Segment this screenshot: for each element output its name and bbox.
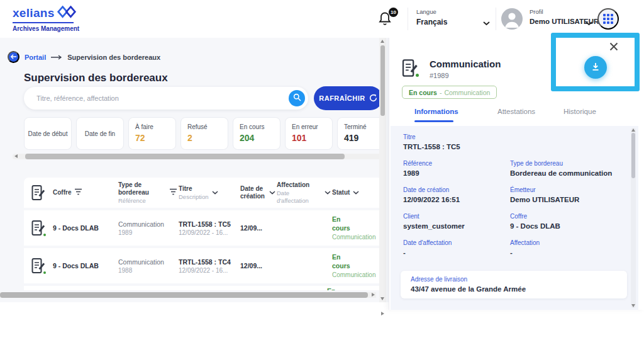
stat-label: Terminé: [344, 123, 384, 130]
field-client: Client system_customer: [403, 213, 510, 230]
search-button[interactable]: [289, 90, 305, 106]
field-emetteur: Émetteur Demo UTILISATEUR: [510, 186, 617, 203]
scrollbar-thumb[interactable]: [631, 133, 635, 178]
table-header: Coffre Type de bordereau Référence Titre…: [24, 178, 382, 208]
field-label: Affectation: [510, 239, 617, 246]
page-title: Supervision des bordereaux: [24, 72, 168, 84]
arrow-left-icon: [10, 52, 17, 62]
active-tab-indicator: [414, 120, 453, 122]
field-label: Date d'affectation: [403, 239, 510, 246]
language-label: Langue: [416, 8, 447, 15]
profile-avatar[interactable]: [501, 8, 523, 30]
logo-divider: [13, 22, 74, 23]
tab-attestations[interactable]: Attestations: [497, 108, 535, 115]
tab-historique[interactable]: Historique: [564, 108, 596, 115]
scrollbar-thumb[interactable]: [0, 292, 368, 298]
column-label: Affectation: [277, 181, 309, 188]
refresh-button-label: RAFRAÎCHIR: [319, 94, 365, 102]
chevron-down-icon[interactable]: [353, 189, 359, 196]
cell-statut-detail: Communication: [332, 234, 382, 241]
cards-horizontal-scrollbar[interactable]: [13, 154, 385, 159]
field-value: 9 - Docs DLAB: [510, 222, 617, 230]
filter-cards-row: Date de début Date de fin À faire 72 Ref…: [24, 117, 386, 150]
field-value: TRTL-1558 : TC5: [403, 143, 617, 150]
main-vertical-scrollbar[interactable]: [379, 38, 386, 302]
delivery-address-card: Adresse de livraison 43/47 avenue de la …: [401, 271, 627, 298]
stat-card-en-cours[interactable]: En cours 204: [233, 117, 280, 150]
document-pen-icon: [402, 59, 418, 77]
stat-value: 101: [292, 133, 332, 143]
scrollbar-thumb[interactable]: [25, 154, 345, 159]
refresh-button[interactable]: RAFRAÎCHIR: [314, 86, 382, 110]
table-row[interactable]: 9 - Docs DLAB Communication 1989 TRTL-15…: [24, 210, 382, 246]
chevron-down-icon[interactable]: [269, 189, 275, 196]
cell-type: Communication: [118, 220, 179, 228]
scrollbar-thumb[interactable]: [380, 45, 385, 116]
column-header-date-creation[interactable]: Date de création: [240, 185, 277, 200]
filter-icon[interactable]: [74, 188, 82, 197]
magnifier-icon: [293, 93, 301, 103]
column-label: Date de création: [240, 185, 266, 200]
stat-card-a-faire[interactable]: À faire 72: [128, 117, 176, 150]
field-label: Référence: [403, 160, 510, 167]
stat-card-en-erreur[interactable]: En erreur 101: [285, 117, 333, 150]
column-label: Statut: [332, 189, 350, 196]
panel-vertical-scrollbar[interactable]: [631, 128, 636, 308]
field-type-bordereau: Type de bordereau Bordereau de communica…: [510, 160, 617, 177]
table-horizontal-scrollbar[interactable]: [0, 292, 376, 298]
cell-statut: En: [327, 287, 335, 290]
topbar-divider: [496, 8, 496, 30]
apps-menu-button[interactable]: [597, 8, 619, 30]
filter-icon[interactable]: [169, 188, 177, 197]
supervision-panel: Portail Supervision des bordereaux Super…: [0, 38, 389, 302]
breadcrumb-current: Supervision des bordereaux: [67, 54, 160, 61]
column-header-coffre[interactable]: Coffre: [53, 188, 118, 197]
cell-statut: En cours: [332, 215, 357, 232]
cell-coffre: 9 - Docs DLAB: [53, 224, 118, 232]
notifications-button[interactable]: 10: [377, 11, 394, 27]
notification-badge: 10: [389, 8, 398, 17]
cell-statut-detail: Communication: [332, 271, 382, 278]
tab-informations[interactable]: Informations: [414, 108, 458, 115]
field-value: -: [403, 249, 510, 256]
cell-coffre: 9 - Docs DLAB: [53, 262, 118, 270]
column-header-titre[interactable]: Titre Description: [179, 185, 240, 200]
field-value: -: [510, 249, 617, 256]
brand-logo[interactable]: xelians Archives Management: [13, 5, 79, 32]
apps-grid-icon: [603, 14, 613, 24]
outer-scroll-arrow[interactable]: [381, 312, 384, 315]
cell-description: 12/09/2022 - 16...: [179, 267, 240, 274]
status-dot: [42, 270, 47, 275]
column-label: Coffre: [53, 189, 71, 196]
field-affectation: Affectation -: [510, 239, 617, 256]
stat-card-refuse[interactable]: Refusé 2: [180, 117, 228, 150]
field-reference: Référence 1989: [403, 160, 510, 177]
table-row-clipped[interactable]: En: [24, 286, 382, 290]
table-row[interactable]: 9 - Docs DLAB Communication 1988 TRTL-15…: [24, 248, 382, 283]
field-label: Client: [403, 213, 510, 220]
chevron-down-icon[interactable]: [483, 17, 490, 28]
column-header-type[interactable]: Type de bordereau Référence: [118, 181, 179, 204]
column-sublabel: Description: [179, 193, 209, 200]
stat-label: En erreur: [292, 123, 332, 130]
date-start-filter[interactable]: Date de début: [24, 117, 72, 150]
chevron-down-icon[interactable]: [212, 189, 218, 196]
document-pen-icon: [24, 185, 53, 201]
breadcrumb-portail-link[interactable]: Portail: [25, 54, 46, 61]
language-value: Français: [416, 18, 447, 26]
field-date-affectation: Date d'affectation -: [403, 239, 510, 256]
stat-value: 419: [344, 133, 384, 143]
highlight-overlay: [551, 33, 640, 91]
informations-tab-content: Titre TRTL-1558 : TC5 Référence 1989 Typ…: [391, 126, 638, 310]
column-header-statut[interactable]: Statut: [332, 189, 382, 196]
column-label: Titre: [179, 185, 192, 192]
date-end-filter[interactable]: Date de fin: [76, 117, 124, 150]
chevron-down-icon[interactable]: [586, 17, 592, 28]
chevron-down-icon[interactable]: [325, 189, 331, 196]
back-button[interactable]: [8, 51, 19, 63]
stat-card-termine[interactable]: Terminé 419: [337, 117, 385, 150]
column-header-affectation[interactable]: Affectation Date d'affectation: [277, 181, 332, 204]
field-label: Adresse de livraison: [411, 276, 627, 283]
search-input[interactable]: [35, 94, 289, 103]
language-select[interactable]: Langue Français: [416, 8, 447, 26]
